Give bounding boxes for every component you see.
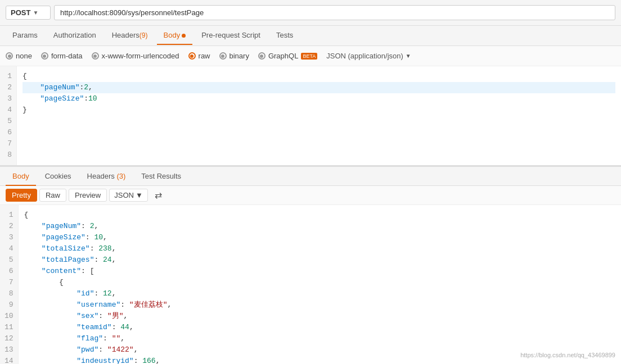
response-line-numbers: 1 2 3 4 5 6 7 8 9 10 11 12 13 14 15 16 (0, 205, 19, 364)
request-code-content: { "pageNum":2, "pageSize":10 } (17, 66, 621, 165)
resp-raw-btn[interactable]: Raw (39, 189, 66, 202)
resp-line-6: "content": [ (24, 266, 615, 277)
req-line-4: } (22, 104, 615, 116)
radio-none-circle (6, 52, 13, 60)
tab-tests[interactable]: Tests (269, 26, 300, 45)
request-tabs: Params Authorization Headers(9) Body Pre… (0, 26, 621, 46)
radio-binary-circle (219, 52, 227, 60)
response-content: { "pageNum": 2, "pageSize": 10, "totalSi… (19, 205, 621, 364)
req-line-2: "pageNum":2, (22, 82, 615, 93)
resp-line-10: "sex": "男", (24, 311, 615, 322)
tab-headers[interactable]: Headers(9) (105, 26, 155, 45)
url-bar: POST ▼ (0, 0, 621, 26)
resp-line-3: "pageSize": 10, (24, 232, 615, 243)
tab-params[interactable]: Params (6, 26, 44, 45)
tab-prerequest[interactable]: Pre-request Script (195, 26, 267, 45)
radio-formdata-circle (41, 52, 48, 60)
tab-body[interactable]: Body (157, 26, 193, 45)
json-type-arrow-icon: ▼ (406, 53, 411, 59)
resp-line-4: "totalSize": 238, (24, 243, 615, 254)
req-line-1: { (22, 71, 615, 82)
json-type-selector[interactable]: JSON (application/json) ▼ (326, 52, 411, 60)
resp-format-arrow-icon: ▼ (136, 191, 143, 199)
resp-line-1: { (24, 210, 615, 221)
resp-line-9: "username": "麦佳荔枝", (24, 299, 615, 311)
method-label: POST (11, 8, 30, 17)
resp-tab-cookies[interactable]: Cookies (38, 167, 78, 186)
radio-graphql-circle (258, 52, 266, 60)
method-arrow-icon: ▼ (33, 10, 38, 16)
resp-preview-btn[interactable]: Preview (69, 189, 107, 202)
response-code: 1 2 3 4 5 6 7 8 9 10 11 12 13 14 15 16 {… (0, 205, 621, 364)
url-input[interactable] (54, 5, 615, 20)
request-body-editor[interactable]: 1 2 3 4 5 6 7 8 { "pageNum":2, "pageSize… (0, 66, 621, 166)
resp-format-selector[interactable]: JSON ▼ (109, 189, 148, 202)
method-select[interactable]: POST ▼ (6, 6, 51, 20)
radio-formdata[interactable]: form-data (41, 52, 83, 60)
resp-tab-body[interactable]: Body (6, 167, 36, 186)
watermark: https://blog.csdn.net/qq_43469899 (520, 352, 615, 358)
resp-pretty-btn[interactable]: Pretty (6, 189, 37, 202)
resp-line-2: "pageNum": 2, (24, 221, 615, 232)
body-type-row: none form-data x-www-form-urlencoded raw… (0, 46, 621, 66)
resp-line-8: "id": 12, (24, 288, 615, 299)
resp-line-7: { (24, 277, 615, 288)
req-line-3: "pageSize":10 (22, 93, 615, 104)
resp-line-5: "totalPages": 24, (24, 254, 615, 266)
resp-tab-headers[interactable]: Headers (3) (80, 167, 133, 186)
radio-raw[interactable]: raw (188, 52, 210, 60)
radio-urlencoded-circle (92, 52, 99, 60)
request-line-numbers: 1 2 3 4 5 6 7 8 (0, 66, 17, 165)
radio-graphql[interactable]: GraphQLBETA (258, 52, 317, 60)
radio-raw-circle (188, 52, 196, 60)
tab-authorization[interactable]: Authorization (47, 26, 103, 45)
response-toolbar: Pretty Raw Preview JSON ▼ ⇄ (0, 186, 621, 205)
resp-tab-testresults[interactable]: Test Results (134, 167, 188, 186)
resp-line-12: "flag": "", (24, 333, 615, 344)
radio-urlencoded[interactable]: x-www-form-urlencoded (92, 52, 179, 60)
radio-binary[interactable]: binary (219, 52, 249, 60)
radio-none[interactable]: none (6, 52, 32, 60)
wrap-icon[interactable]: ⇄ (155, 190, 162, 201)
resp-line-11: "teamid": 44, (24, 322, 615, 333)
response-tabs: Body Cookies Headers (3) Test Results (0, 166, 621, 186)
